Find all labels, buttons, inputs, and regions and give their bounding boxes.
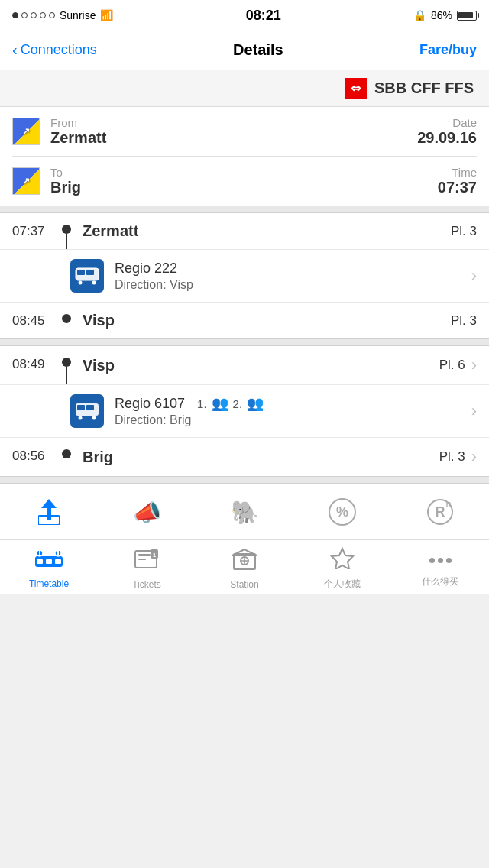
sbb-header: ⇔ SBB CFF FFS xyxy=(0,70,489,107)
section-separator-2 xyxy=(0,338,489,346)
departure-platform-1: Pl. 3 xyxy=(451,224,477,239)
from-station-icon: ↗ xyxy=(12,118,40,145)
svg-marker-35 xyxy=(332,549,353,569)
train-direction-1: Direction: Visp xyxy=(115,278,471,292)
seat-classes: 1. 👥 2. 👥 xyxy=(197,395,264,412)
tab-favorites[interactable]: 个人收藏 xyxy=(293,546,391,591)
svg-text:R: R xyxy=(446,500,452,508)
time-label: Time xyxy=(438,166,477,179)
timeline-1a xyxy=(58,213,75,249)
back-button[interactable]: ‹ Connections xyxy=(12,41,97,59)
timetable-label: Timetable xyxy=(29,578,69,589)
train-direction-2: Direction: Brig xyxy=(115,413,471,427)
train-svg-1 xyxy=(75,267,99,285)
tab-station[interactable]: Station xyxy=(196,548,293,590)
tab-tickets[interactable]: 1 Tickets xyxy=(98,548,196,590)
dot-5 xyxy=(49,12,55,18)
departure-station-1: Zermatt xyxy=(83,222,138,240)
reservation-button[interactable]: R R xyxy=(423,495,457,529)
share-button[interactable] xyxy=(32,495,66,529)
sbb-brand-text: SBB CFF FFS xyxy=(374,79,474,97)
timeline-1b xyxy=(58,303,75,338)
arrival-time-1: 08:45 xyxy=(12,303,58,338)
seat-2nd-icon: 👥 xyxy=(247,395,264,412)
tickets-label: Tickets xyxy=(132,579,161,590)
svg-rect-24 xyxy=(57,550,59,556)
svg-rect-20 xyxy=(55,559,61,564)
to-station: Brig xyxy=(50,179,81,196)
departure-platform-2: Pl. 6 xyxy=(439,358,465,373)
discount-icon: % xyxy=(325,495,359,529)
time-value: 07:37 xyxy=(438,179,477,196)
vert-line-2a xyxy=(66,367,67,384)
favorites-label: 个人收藏 xyxy=(324,578,361,591)
timeline-2b xyxy=(58,438,75,476)
journey-info: ↗ From Zermatt Date 29.09.16 ↗ To Brig xyxy=(0,107,489,206)
stop-dot-1a xyxy=(62,225,71,234)
arrival-station-1: Visp xyxy=(83,312,115,329)
train-svg-2 xyxy=(75,402,99,420)
train-row-2[interactable]: Regio 6107 1. 👥 2. 👥 Direction: Brig › xyxy=(0,384,489,438)
stop-dot-2a xyxy=(62,358,71,367)
discount-button[interactable]: % xyxy=(325,495,359,529)
from-row: ↗ From Zermatt Date 29.09.16 xyxy=(12,107,477,157)
seat-1st-icon: 👥 xyxy=(212,395,228,412)
more-label: 什么得买 xyxy=(422,575,458,588)
svg-rect-23 xyxy=(39,550,40,556)
arrival-platform-2: Pl. 3 xyxy=(439,449,465,465)
tab-timetable[interactable]: Timetable xyxy=(0,549,98,589)
elephant-button[interactable]: 🐘 xyxy=(228,495,261,529)
timeline-2a xyxy=(58,346,75,384)
vert-line-1a xyxy=(66,234,67,249)
status-bar: Sunrise 📶 08:21 🔒 86% xyxy=(0,0,489,31)
station-label: Station xyxy=(230,579,258,590)
train-name-1: Regio 222 xyxy=(115,261,471,277)
train-icon-1 xyxy=(70,259,104,293)
elephant-icon: 🐘 xyxy=(228,495,261,529)
timetable-icon xyxy=(35,549,63,575)
from-station: Zermatt xyxy=(50,129,106,147)
stop-dot-1b xyxy=(62,314,71,323)
svg-rect-27 xyxy=(138,559,146,560)
tab-more[interactable]: 什么得买 xyxy=(391,549,489,588)
to-station-icon: ↗ xyxy=(12,167,40,195)
svg-marker-12 xyxy=(41,499,57,508)
dot-2 xyxy=(21,12,28,18)
signal-dots xyxy=(12,12,55,18)
fare-buy-button[interactable]: Fare/buy xyxy=(419,42,477,58)
chevron-left-icon: ‹ xyxy=(12,41,18,59)
arrival-stop-2[interactable]: 08:56 Brig Pl. 3 › xyxy=(0,438,489,476)
svg-point-10 xyxy=(92,416,96,420)
dot-3 xyxy=(31,12,37,18)
station-icon xyxy=(232,548,257,576)
date-label: Date xyxy=(417,116,477,129)
chevron-right-brig: › xyxy=(471,447,477,467)
svg-rect-19 xyxy=(46,559,52,564)
favorites-icon xyxy=(329,546,355,575)
chevron-right-2: › xyxy=(471,401,477,421)
segment-1: 07:37 Zermatt Pl. 3 Regio 222 D xyxy=(0,213,489,338)
svg-point-9 xyxy=(79,416,83,420)
svg-rect-2 xyxy=(77,270,85,275)
departure-time-2: 08:49 xyxy=(12,346,58,384)
train-icon-2 xyxy=(70,394,104,428)
from-label: From xyxy=(50,116,106,129)
arrival-time-2: 08:56 xyxy=(12,438,58,476)
arrival-station-2: Brig xyxy=(83,449,113,466)
chevron-right-1: › xyxy=(471,266,477,286)
lock-icon: 🔒 xyxy=(413,9,426,21)
svg-rect-3 xyxy=(86,270,94,275)
alert-button[interactable]: 📣 xyxy=(130,495,164,529)
wifi-icon: 📶 xyxy=(100,9,113,21)
chevron-right-visp: › xyxy=(471,355,477,375)
svg-point-5 xyxy=(92,281,96,285)
svg-rect-26 xyxy=(138,554,151,556)
departure-stop-2: 08:49 Visp Pl. 6 › xyxy=(0,346,489,384)
section-separator-3 xyxy=(0,476,489,484)
departure-stop-1: 07:37 Zermatt Pl. 3 xyxy=(0,213,489,249)
train-row-1[interactable]: Regio 222 Direction: Visp › xyxy=(0,249,489,303)
train-name-2: Regio 6107 xyxy=(115,396,185,412)
bottom-toolbar: 📣 🐘 % R R xyxy=(0,484,489,539)
stop-dot-2b xyxy=(62,449,71,458)
sbb-logo-container: ⇔ SBB CFF FFS xyxy=(345,78,474,99)
